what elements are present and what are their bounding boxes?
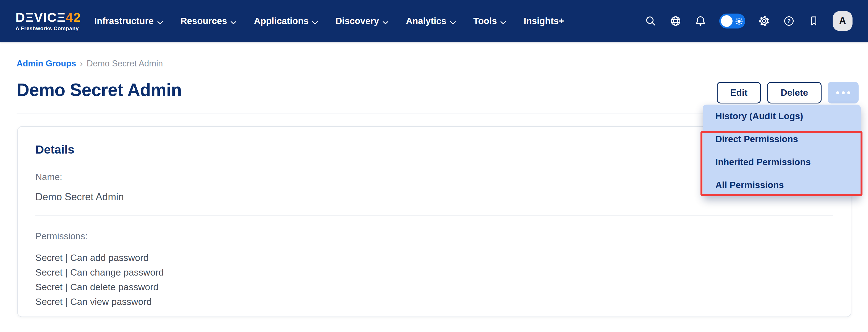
chevron-down-icon [312, 16, 318, 27]
breadcrumb: Admin Groups › Demo Secret Admin [17, 59, 163, 68]
permission-item: Secret | Can delete password [35, 280, 833, 294]
bookmark-icon[interactable] [808, 15, 820, 27]
user-avatar[interactable]: A [833, 11, 852, 31]
permission-item: Secret | Can change password [35, 265, 833, 280]
nav-item-insights[interactable]: Insights+ [524, 16, 564, 26]
settings-gear-icon[interactable] [758, 15, 770, 27]
breadcrumb-separator: › [80, 59, 83, 68]
nav-item-analytics[interactable]: Analytics [406, 15, 456, 27]
toggle-knob [721, 15, 733, 27]
nav-item-resources[interactable]: Resources [181, 15, 237, 27]
nav-item-label: Applications [254, 16, 309, 26]
help-icon[interactable]: ? [783, 15, 795, 27]
page-actions: Edit Delete [717, 82, 859, 104]
chevron-down-icon [450, 16, 456, 27]
chevron-down-icon [157, 16, 163, 27]
top-nav-bar: DΞVICΞ42 A Freshworks Company Infrastruc… [0, 0, 868, 42]
permissions-list: Secret | Can add password Secret | Can c… [35, 250, 833, 309]
chevron-down-icon [382, 16, 389, 27]
nav-item-label: Insights+ [524, 16, 564, 26]
nav-item-tools[interactable]: Tools [473, 15, 507, 27]
delete-button[interactable]: Delete [767, 82, 822, 104]
breadcrumb-current: Demo Secret Admin [87, 59, 163, 68]
card-divider [35, 215, 833, 216]
nav-item-label: Analytics [406, 16, 446, 26]
device42-logo[interactable]: DΞVICΞ42 A Freshworks Company [16, 11, 81, 31]
svg-text:?: ? [787, 18, 791, 24]
logo-wordmark: DΞVICΞ42 [16, 11, 81, 24]
nav-item-applications[interactable]: Applications [254, 15, 318, 27]
menu-item-inherited-permissions[interactable]: Inherited Permissions [703, 150, 861, 173]
nav-item-label: Discovery [335, 16, 379, 26]
logo-text: DΞVICΞ [16, 10, 66, 25]
notifications-bell-icon[interactable] [694, 15, 707, 27]
globe-icon[interactable] [670, 15, 682, 27]
nav-item-label: Tools [473, 16, 497, 26]
menu-item-all-permissions[interactable]: All Permissions [703, 173, 861, 196]
theme-toggle[interactable] [719, 13, 745, 28]
nav-item-infrastructure[interactable]: Infrastructure [94, 15, 163, 27]
menu-item-history-audit-logs[interactable]: History (Audit Logs) [703, 105, 861, 128]
nav-item-discovery[interactable]: Discovery [335, 15, 389, 27]
search-icon[interactable] [645, 15, 657, 27]
nav-utilities: ? A [645, 11, 852, 31]
nav-item-label: Infrastructure [94, 16, 154, 26]
edit-button[interactable]: Edit [717, 82, 761, 104]
chevron-down-icon [500, 16, 506, 27]
permission-item: Secret | Can view password [35, 294, 833, 309]
logo-tagline: A Freshworks Company [16, 25, 81, 31]
ellipsis-icon [836, 91, 850, 94]
permission-item: Secret | Can add password [35, 250, 833, 265]
nav-item-label: Resources [181, 16, 227, 26]
menu-item-direct-permissions[interactable]: Direct Permissions [703, 128, 861, 150]
main-nav: Infrastructure Resources Applications Di… [94, 15, 564, 27]
logo-number: 42 [66, 10, 81, 25]
page: DΞVICΞ42 A Freshworks Company Infrastruc… [0, 0, 868, 332]
chevron-down-icon [230, 16, 237, 27]
page-title: Demo Secret Admin [17, 80, 182, 100]
breadcrumb-link-admin-groups[interactable]: Admin Groups [17, 59, 76, 68]
more-actions-button[interactable] [828, 82, 859, 104]
permissions-label: Permissions: [35, 231, 833, 242]
more-actions-dropdown: History (Audit Logs) Direct Permissions … [703, 105, 861, 196]
sun-icon [735, 18, 743, 26]
avatar-initial: A [839, 15, 846, 27]
